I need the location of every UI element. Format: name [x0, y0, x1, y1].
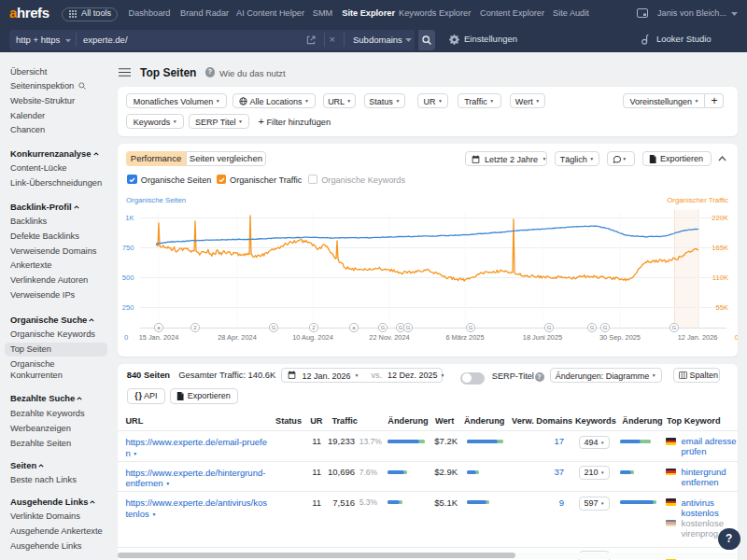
svg-text:G: G: [381, 325, 386, 330]
svg-text:G: G: [406, 325, 411, 330]
svg-text:55K: 55K: [715, 303, 728, 312]
svg-text:G: G: [603, 325, 608, 330]
svg-text:G: G: [399, 325, 403, 330]
svg-text:Organischer Traffic: Organischer Traffic: [667, 196, 728, 204]
svg-text:30 Sep. 2025: 30 Sep. 2025: [599, 333, 641, 342]
svg-text:220K: 220K: [712, 214, 728, 222]
svg-text:22 Nov. 2024: 22 Nov. 2024: [369, 333, 409, 342]
svg-text:500: 500: [122, 273, 134, 282]
svg-text:G: G: [547, 325, 552, 330]
svg-text:0: 0: [735, 333, 738, 342]
svg-text:12 Jan. 2026: 12 Jan. 2026: [678, 333, 718, 342]
svg-text:6 März 2025: 6 März 2025: [445, 333, 484, 342]
svg-text:G: G: [672, 325, 677, 330]
svg-text:15 Jan. 2024: 15 Jan. 2024: [139, 333, 179, 342]
svg-text:110K: 110K: [712, 273, 728, 282]
svg-text:750: 750: [122, 244, 134, 252]
svg-text:10 Aug. 2024: 10 Aug. 2024: [292, 333, 333, 342]
svg-text:G: G: [590, 325, 595, 330]
svg-text:0: 0: [124, 333, 128, 342]
svg-text:G: G: [272, 325, 276, 330]
svg-text:1K: 1K: [125, 214, 134, 222]
svg-text:18 Juni 2025: 18 Juni 2025: [523, 333, 562, 342]
svg-text:165K: 165K: [712, 244, 728, 252]
svg-text:250: 250: [122, 303, 134, 312]
svg-text:Organische Seiten: Organische Seiten: [126, 196, 186, 204]
svg-text:28 Apr. 2024: 28 Apr. 2024: [218, 333, 257, 342]
svg-text:G: G: [469, 325, 473, 330]
